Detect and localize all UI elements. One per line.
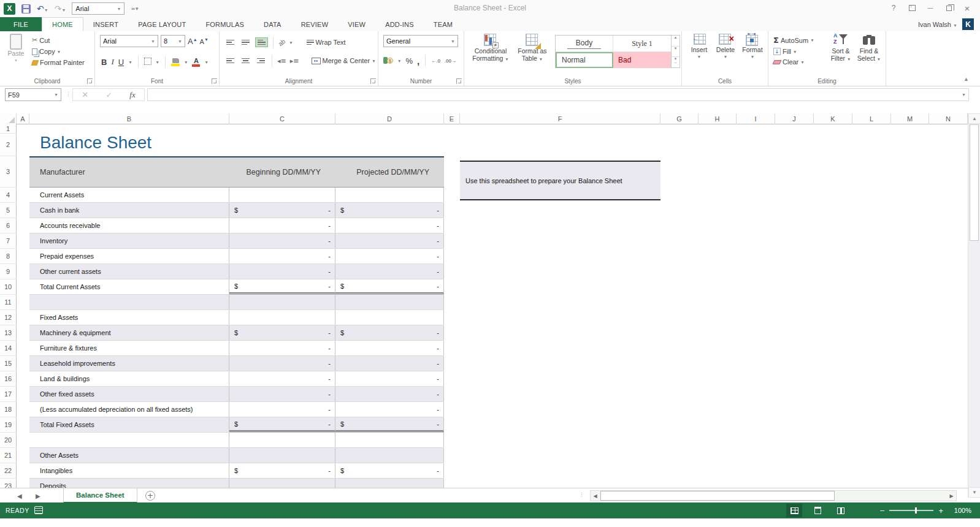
tab-team[interactable]: TEAM bbox=[424, 17, 462, 31]
alignment-dialog-launcher[interactable] bbox=[370, 78, 376, 84]
sheet-nav-right-icon[interactable]: ▶ bbox=[36, 488, 40, 503]
column-header-D[interactable]: D bbox=[335, 113, 444, 124]
wrap-text-button[interactable]: Wrap Text bbox=[307, 39, 346, 46]
cell-beginning[interactable]: - bbox=[229, 402, 335, 417]
column-header-E[interactable]: E bbox=[444, 113, 460, 124]
italic-button[interactable]: I bbox=[111, 57, 113, 67]
row-header-7[interactable]: 7 bbox=[0, 233, 17, 249]
cell-label[interactable]: Accounts receivable bbox=[29, 218, 229, 233]
normal-view-button[interactable] bbox=[786, 504, 802, 517]
zoom-level[interactable]: 100% bbox=[954, 502, 971, 518]
cell-label[interactable]: Other Assets bbox=[29, 448, 229, 463]
formula-bar-handle[interactable]: ⋮ bbox=[66, 91, 72, 97]
cell-label[interactable]: Other current assets bbox=[29, 264, 229, 279]
gallery-up-button[interactable]: ▲ bbox=[672, 36, 679, 47]
column-header-N[interactable]: N bbox=[929, 113, 968, 124]
cell-beginning[interactable] bbox=[229, 188, 335, 202]
cell-beginning[interactable]: $- bbox=[229, 203, 335, 218]
new-sheet-icon[interactable]: + bbox=[145, 491, 155, 501]
merge-center-button[interactable]: ↔Merge & Center▼ bbox=[312, 57, 376, 64]
excel-logo-icon[interactable]: X bbox=[4, 3, 15, 15]
style-style1[interactable]: Style 1 bbox=[613, 36, 671, 51]
cell-projected[interactable]: $- bbox=[335, 203, 444, 218]
tab-page-layout[interactable]: PAGE LAYOUT bbox=[128, 17, 196, 31]
cell-label[interactable]: Furniture & fixtures bbox=[29, 341, 229, 355]
cell-label[interactable]: Land & buildings bbox=[29, 371, 229, 386]
scroll-right-icon[interactable]: ▶ bbox=[947, 491, 956, 501]
cell-beginning[interactable] bbox=[229, 310, 335, 325]
cell-label[interactable]: Machinery & equipment bbox=[29, 325, 229, 340]
help-button[interactable]: ? bbox=[886, 1, 902, 15]
align-middle-button[interactable] bbox=[240, 38, 251, 47]
gallery-down-button[interactable]: ▼ bbox=[672, 47, 679, 58]
cell-projected[interactable] bbox=[335, 295, 444, 309]
percent-button[interactable]: % bbox=[405, 56, 413, 66]
cell-projected[interactable]: $- bbox=[335, 463, 444, 478]
cell-beginning[interactable]: - bbox=[229, 387, 335, 401]
column-header-C[interactable]: C bbox=[229, 113, 335, 124]
cell-label[interactable]: Cash in bank bbox=[29, 203, 229, 218]
cell-label[interactable]: Leasehold improvements bbox=[29, 356, 229, 371]
delete-cells-button[interactable]: × Delete▼ bbox=[713, 34, 738, 61]
cell-projected[interactable]: $- bbox=[335, 325, 444, 340]
find-select-button[interactable]: Find & Select ▼ bbox=[856, 34, 882, 63]
shrink-font-button[interactable]: A▼ bbox=[200, 37, 209, 45]
cell-beginning[interactable]: $- bbox=[229, 463, 335, 478]
restore-button[interactable] bbox=[941, 1, 957, 15]
scroll-down-icon[interactable]: ▼ bbox=[968, 487, 980, 498]
number-format-combo[interactable]: General▼ bbox=[383, 35, 458, 47]
number-dialog-launcher[interactable] bbox=[456, 78, 462, 84]
cell-beginning[interactable] bbox=[229, 448, 335, 463]
align-left-button[interactable] bbox=[224, 56, 236, 66]
format-as-table-button[interactable]: Format as Table ▼ bbox=[515, 34, 550, 63]
note-textbox[interactable]: Use this spreadsheet to prepare your Bal… bbox=[460, 161, 660, 200]
qat-font-combo[interactable]: Arial ▼ bbox=[72, 2, 124, 15]
borders-button[interactable] bbox=[144, 56, 151, 67]
row-header-9[interactable]: 9 bbox=[0, 264, 17, 279]
cell-projected[interactable]: - bbox=[335, 371, 444, 386]
row-header-13[interactable]: 13 bbox=[0, 325, 17, 341]
column-header-B[interactable]: B bbox=[29, 113, 229, 124]
cell-projected[interactable]: - bbox=[335, 356, 444, 371]
cell-beginning[interactable]: - bbox=[229, 233, 335, 248]
cell-projected[interactable]: $- bbox=[335, 279, 444, 294]
cell-projected[interactable] bbox=[335, 310, 444, 325]
accounting-format-button[interactable]: $ bbox=[383, 56, 393, 65]
row-header-12[interactable]: 12 bbox=[0, 310, 17, 325]
copy-button[interactable]: Copy▼ bbox=[32, 48, 85, 55]
cell-projected[interactable]: - bbox=[335, 233, 444, 248]
tab-insert[interactable]: INSERT bbox=[83, 17, 128, 31]
fill-button[interactable]: ↓Fill▼ bbox=[773, 48, 814, 55]
zoom-in-button[interactable]: + bbox=[938, 506, 943, 515]
scroll-left-icon[interactable]: ◀ bbox=[591, 491, 600, 501]
row-header-23[interactable]: 23 bbox=[0, 479, 17, 488]
horizontal-scroll-thumb[interactable] bbox=[600, 491, 835, 501]
cut-button[interactable]: ✂Cut bbox=[32, 36, 85, 44]
cell-projected[interactable]: $- bbox=[335, 417, 444, 432]
font-color-button[interactable]: A bbox=[192, 58, 200, 67]
column-header-L[interactable]: L bbox=[852, 113, 891, 124]
cell-label[interactable] bbox=[29, 295, 229, 309]
column-header-J[interactable]: J bbox=[775, 113, 814, 124]
cell-label[interactable]: Total Fixed Assets bbox=[29, 417, 229, 432]
row-header-1[interactable]: 1 bbox=[0, 124, 17, 134]
row-header-5[interactable]: 5 bbox=[0, 203, 17, 218]
tab-home[interactable]: HOME bbox=[42, 17, 83, 31]
style-normal[interactable]: Normal bbox=[556, 52, 613, 68]
cell-beginning[interactable]: - bbox=[229, 264, 335, 279]
autosum-button[interactable]: ΣAutoSum▼ bbox=[773, 36, 814, 45]
insert-cells-button[interactable]: ← Insert▼ bbox=[687, 34, 711, 61]
cell-beginning[interactable] bbox=[229, 295, 335, 309]
cell-projected[interactable]: - bbox=[335, 341, 444, 355]
enter-icon[interactable]: ✓ bbox=[106, 91, 112, 99]
close-button[interactable]: × bbox=[959, 1, 975, 15]
zoom-slider-thumb[interactable] bbox=[915, 507, 917, 514]
page-break-view-button[interactable] bbox=[833, 504, 849, 517]
sheet-title-cell[interactable]: Balance Sheet bbox=[40, 133, 151, 153]
cell-beginning[interactable]: - bbox=[229, 371, 335, 386]
cell-label[interactable]: (Less accumulated depreciation on all fi… bbox=[29, 402, 229, 417]
cell-label[interactable]: Fixed Assets bbox=[29, 310, 229, 325]
horizontal-scrollbar[interactable]: ◀ ▶ bbox=[590, 490, 957, 501]
user-name[interactable]: Ivan Walsh ▼ bbox=[918, 21, 957, 28]
row-header-10[interactable]: 10 bbox=[0, 279, 17, 295]
